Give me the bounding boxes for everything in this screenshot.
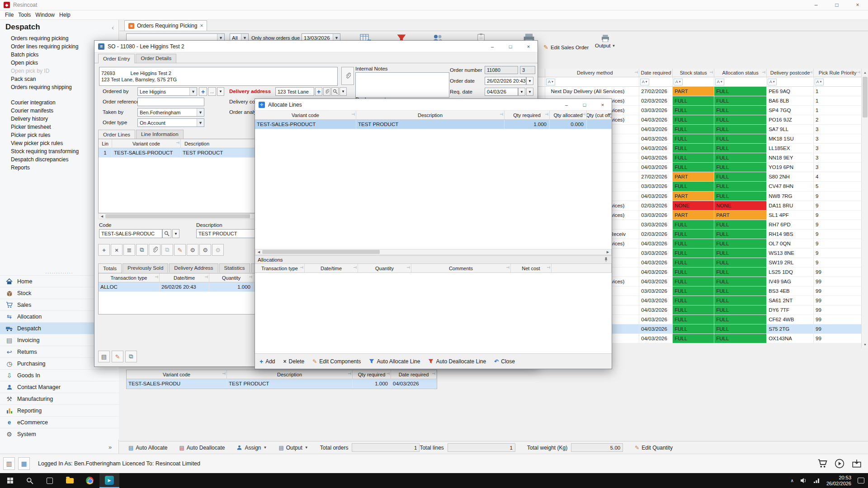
start-button[interactable] — [0, 473, 20, 488]
network-icon[interactable] — [813, 478, 820, 483]
auto-allocate-button[interactable]: ▤Auto Allocate — [128, 445, 167, 451]
address-search-button[interactable] — [331, 87, 339, 96]
chevron-down-icon[interactable]: ▼ — [197, 119, 204, 127]
scrollbar-thumb[interactable] — [105, 214, 250, 218]
edit-document-button[interactable]: ✎ — [112, 351, 123, 362]
tab-line-information[interactable]: Line Information — [136, 130, 183, 139]
scroll-down-icon[interactable]: ▼ — [862, 341, 868, 348]
tab-order-entry[interactable]: Order Entry — [98, 54, 135, 63]
trans-col-quantity[interactable]: Quantity⊣ — [209, 273, 254, 282]
chevron-down-icon[interactable]: ▼ — [172, 229, 179, 238]
copy-line-button[interactable]: ⧉ — [136, 244, 148, 256]
scroll-left-icon[interactable]: ◀ — [255, 249, 262, 254]
menu-help[interactable]: Help — [57, 12, 73, 18]
deallocate-line-button[interactable]: ⚙ — [199, 244, 211, 256]
layout-icon[interactable]: ▥ — [3, 457, 15, 470]
delete-button[interactable]: ×Delete — [283, 358, 305, 365]
trans-col-type[interactable]: Transaction type⊣ — [99, 273, 160, 282]
autofilter-delivery-postcode[interactable]: A▼ — [767, 77, 814, 87]
filter-icon[interactable]: ⊣ — [857, 70, 860, 75]
filter-icon[interactable]: ⊣ — [809, 70, 812, 75]
auto-deallocate-line-button[interactable]: Auto Deallocate Line — [428, 358, 486, 365]
close-button[interactable]: ↶Close — [494, 358, 515, 365]
allocations-col-net-cost[interactable]: Net cost⊣ — [511, 264, 552, 273]
tab-orders-requiring-picking[interactable]: ≣ Orders Requiring Picking × — [124, 20, 207, 31]
add-contact-button[interactable]: + — [199, 87, 207, 96]
allocations-col-type[interactable]: Transaction type⊣ — [255, 264, 305, 273]
tab-order-details[interactable]: Order Details — [136, 54, 176, 63]
lines-col-lin[interactable]: Lin — [99, 139, 112, 148]
tab-close-icon[interactable]: × — [200, 23, 203, 29]
column-header-date-required[interactable]: Date required⊣ — [639, 69, 673, 77]
allocate-dialog-titlebar[interactable]: ✛ Allocate Lines – □ × — [255, 99, 612, 111]
scroll-right-icon[interactable]: ▶ — [604, 249, 611, 254]
resincoat-app-button[interactable]: ▶ — [99, 473, 119, 488]
delivery-address-value[interactable]: 123 Test Lane — [275, 87, 314, 96]
lines-header-variant[interactable]: Variant code⊣ — [127, 370, 227, 379]
speaker-icon[interactable] — [800, 478, 807, 483]
chevron-down-icon[interactable]: ▼ — [526, 77, 533, 85]
alloc-col-description[interactable]: Description⊣ — [356, 111, 505, 120]
attachments-button[interactable] — [341, 67, 354, 85]
scroll-left-icon[interactable]: ◀ — [99, 214, 105, 219]
filter-icon[interactable]: ⊣ — [709, 70, 713, 75]
edit-line-button[interactable]: ✎ — [174, 244, 186, 256]
orders-vertical-scrollbar[interactable]: ▲ ▼ — [861, 69, 868, 348]
code-input[interactable]: TEST-SALES-PRODUC — [99, 229, 162, 238]
column-header-delivery-postcode[interactable]: Delivery postcode⊣ — [767, 69, 814, 77]
scrollbar-thumb[interactable] — [863, 77, 868, 117]
sidebar-collapse-icon[interactable]: ‹ — [112, 23, 114, 31]
allocate-line-button[interactable]: ⚙ — [187, 244, 198, 256]
filter-icon[interactable]: ⊣ — [634, 70, 638, 75]
lines-header-qty[interactable]: Qty required⊣ — [353, 370, 391, 379]
address-attachment-button[interactable] — [323, 87, 330, 96]
internal-notes-textarea[interactable] — [355, 72, 449, 98]
more-options-button[interactable]: … — [208, 87, 216, 96]
dialog-minimize-button[interactable]: – — [483, 41, 501, 52]
chrome-button[interactable] — [80, 473, 99, 488]
line-attachment-button[interactable] — [149, 244, 160, 256]
chevron-down-icon[interactable]: ▼ — [526, 88, 533, 96]
duplicate-line-button[interactable]: ⧉ — [161, 244, 173, 256]
allocations-col-datetime[interactable]: Date/time⊣ — [305, 264, 358, 273]
taskbar-clock[interactable]: 20:53 26/02/2026 — [826, 475, 851, 487]
alloc-col-qty-required[interactable]: Qty required⊣ — [505, 111, 550, 120]
dialog-minimize-button[interactable]: – — [557, 99, 576, 111]
allocate-horizontal-scrollbar[interactable]: ◀ ▶ — [255, 249, 612, 255]
export-document-button[interactable]: ⧉ — [125, 351, 137, 362]
dialog-close-button[interactable]: × — [519, 41, 538, 52]
columns-icon[interactable]: ▦ — [18, 457, 30, 470]
footer-output-button[interactable]: ▤Output▼ — [278, 445, 308, 451]
add-address-button[interactable]: + — [315, 87, 322, 96]
alloc-col-qty-allocated[interactable]: Qty allocated⊣ — [550, 111, 587, 120]
filter-icon[interactable]: ⊣ — [762, 70, 765, 75]
menu-window[interactable]: Window — [33, 12, 57, 18]
window-close-button[interactable]: × — [847, 0, 868, 10]
nav-system[interactable]: ⚙System — [0, 428, 119, 440]
lines-header-date[interactable]: Date required⊣ — [391, 370, 437, 379]
components-button[interactable]: ⚙ — [212, 244, 224, 256]
allocations-col-comments[interactable]: Comments⊣ — [411, 264, 511, 273]
delete-line-button[interactable]: × — [111, 244, 123, 256]
menu-file[interactable]: File — [3, 12, 16, 18]
dialog-maximize-button[interactable]: □ — [501, 41, 519, 52]
autofilter-allocation-status[interactable]: A▼ — [714, 77, 767, 87]
autofilter-pick-rule-priority[interactable]: A▼ — [814, 77, 861, 87]
column-header-delivery-method[interactable]: Delivery method⊣ — [545, 69, 639, 77]
alloc-col-qty-cut-off[interactable]: Qty (cut off) — [587, 111, 612, 120]
window-minimize-button[interactable]: – — [806, 0, 826, 10]
tab-order-lines[interactable]: Order Lines — [98, 130, 135, 139]
tab-statistics[interactable]: Statistics — [219, 263, 250, 272]
column-header-stock-status[interactable]: Stock status⊣ — [673, 69, 714, 77]
scrollbar-thumb[interactable] — [262, 250, 380, 254]
notes-button[interactable]: ▤ — [98, 351, 110, 362]
autofilter-stock-status[interactable]: A▼ — [673, 77, 714, 87]
pin-icon[interactable] — [604, 257, 608, 263]
tab-previously-sold[interactable]: Previously Sold — [123, 263, 168, 272]
chevron-down-icon[interactable]: ▼ — [518, 88, 525, 96]
chevron-down-icon[interactable]: ▼ — [217, 87, 224, 96]
chevron-down-icon[interactable]: ▼ — [340, 87, 347, 96]
edit-sales-order-button[interactable]: ✎ Edit Sales Order — [543, 44, 589, 51]
assign-button[interactable]: Assign▼ — [236, 445, 267, 451]
auto-deallocate-button[interactable]: ▤Auto Deallocate — [179, 445, 225, 451]
